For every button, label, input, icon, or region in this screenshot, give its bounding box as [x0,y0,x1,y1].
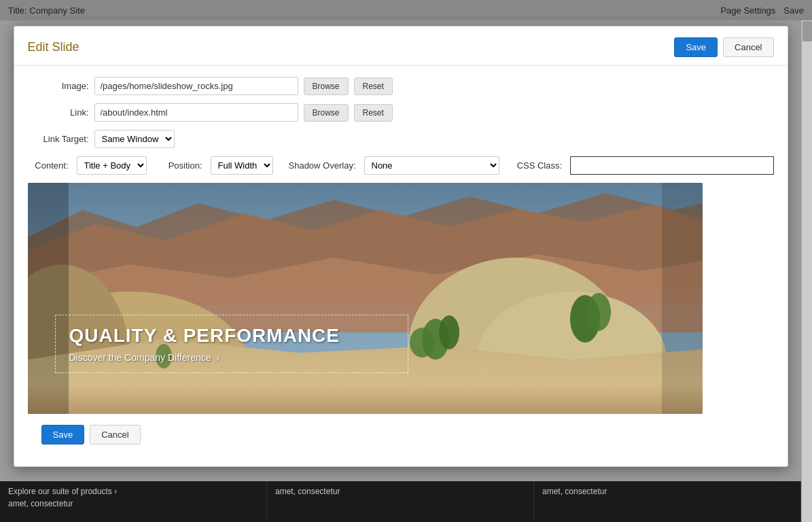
bg-col-3: amet, consectetur [534,481,801,522]
image-label: Image: [28,81,89,91]
site-title: Company Site [29,5,85,16]
slide-preview: QUALITY & PERFORMANCE Discover the Compa… [28,183,703,414]
link-row: Link: Browse Reset [28,103,774,122]
slide-text-overlay: QUALITY & PERFORMANCE Discover the Compa… [55,315,408,373]
slide-subtext: Discover the Company Difference › [69,352,394,363]
footer-cancel-button[interactable]: Cancel [90,425,140,445]
svg-rect-15 [28,183,69,414]
svg-point-13 [586,293,611,331]
scrollbar-thumb[interactable] [802,21,812,41]
top-bar: Title: Company Site Page Settings Save [0,0,812,20]
header-save-button[interactable]: Save [674,37,718,57]
link-input[interactable] [94,103,298,122]
bg-col-2: amet, consectetur [267,481,534,522]
image-reset-button[interactable]: Reset [354,77,393,95]
link-target-label: Link Target: [28,134,89,144]
position-label: Position: [155,160,202,171]
background-content: Explore our suite of products › amet, co… [0,481,801,522]
scrollbar[interactable] [801,20,812,522]
page-title-bar: Title: Company Site [8,5,85,16]
link-label: Link: [28,107,89,118]
title-label: Title: [8,5,27,16]
link-target-row: Link Target: Same Window New Window [28,130,774,148]
bg-text-3: amet, consectetur [542,487,607,496]
modal-body: Image: Browse Reset Link: Browse Reset L… [14,66,788,466]
header-buttons: Save Cancel [674,37,773,57]
edit-slide-modal: Edit Slide Save Cancel Image: Browse Res… [14,26,788,467]
modal-overlay: Edit Slide Save Cancel Image: Browse Res… [0,20,801,522]
top-bar-actions: Page Settings Save [720,5,804,16]
image-input[interactable] [94,77,298,95]
modal-title: Edit Slide [28,40,80,54]
css-class-label: CSS Class: [508,160,562,171]
svg-point-11 [410,328,434,358]
bg-text-1: amet, consectetur [8,499,73,508]
svg-point-10 [439,315,459,349]
bg-text-2: amet, consectetur [275,487,340,496]
content-row: Content: Title + Body Title Only Body On… [28,156,774,175]
position-select[interactable]: Full Width Left Center Right [211,156,273,175]
shadow-label: Shadow Overlay: [281,160,356,171]
css-class-input[interactable] [570,156,773,175]
explore-text: Explore our suite of products › [8,487,258,496]
modal-header: Edit Slide Save Cancel [14,27,788,66]
footer-save-button[interactable]: Save [41,425,85,445]
slide-arrow: › [216,352,219,363]
slide-background: QUALITY & PERFORMANCE Discover the Compa… [28,183,703,414]
top-save-button[interactable]: Save [783,5,804,16]
image-browse-button[interactable]: Browse [304,77,349,95]
modal-footer: Save Cancel [28,425,774,455]
bg-col-1: Explore our suite of products › amet, co… [0,481,267,522]
content-label: Content: [28,160,69,171]
scroll-container: Edit Slide Save Cancel Image: Browse Res… [0,20,812,522]
slide-heading: QUALITY & PERFORMANCE [69,325,394,347]
image-row: Image: Browse Reset [28,77,774,95]
page-settings-link[interactable]: Page Settings [720,5,775,16]
link-browse-button[interactable]: Browse [304,104,349,122]
link-target-select[interactable]: Same Window New Window [94,130,175,148]
svg-rect-16 [662,183,703,414]
header-cancel-button[interactable]: Cancel [723,37,773,57]
content-select[interactable]: Title + Body Title Only Body Only None [77,156,147,175]
shadow-select[interactable]: None Light Medium Dark [364,156,500,175]
link-reset-button[interactable]: Reset [354,104,393,122]
